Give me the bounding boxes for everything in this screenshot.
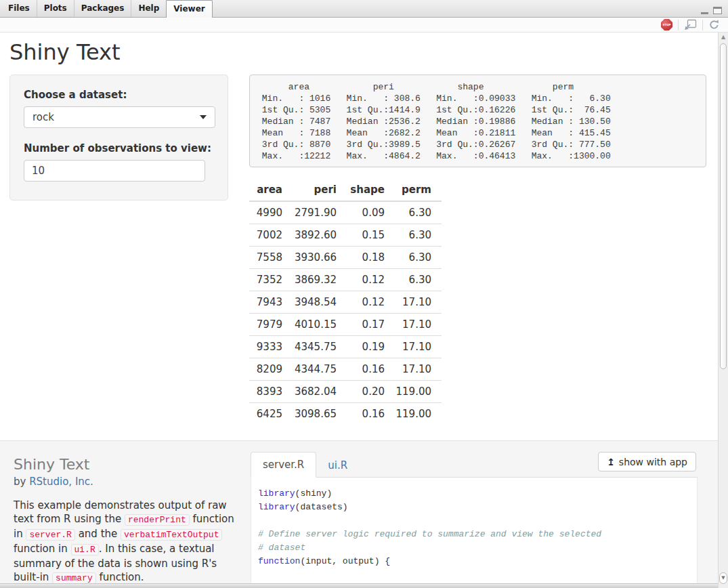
summary-line: Median : 7487 Median :2536.2 Median :0.1…	[257, 116, 706, 127]
table-cell: 6425	[249, 403, 293, 425]
tab-help[interactable]: Help	[131, 0, 167, 17]
example-description-column: Shiny Text by RStudio, Inc. This example…	[14, 456, 245, 585]
table-row: 93334345.750.1917.10	[249, 336, 442, 358]
inline-code: server.R	[26, 529, 74, 541]
table-row: 73523869.320.126.30	[249, 269, 442, 291]
tab-viewer[interactable]: Viewer	[166, 0, 212, 18]
table-cell: 0.16	[347, 358, 395, 381]
table-cell: 119.00	[395, 381, 442, 403]
refresh-button[interactable]	[708, 19, 720, 30]
scrollbar-down-icon[interactable]: ▼	[719, 572, 727, 584]
table-row: 49902791.900.096.30	[249, 201, 442, 224]
chevron-down-icon	[200, 115, 207, 119]
stop-button[interactable]: STOP	[661, 19, 672, 30]
table-cell: 3892.60	[293, 224, 347, 247]
table-cell: 3098.65	[293, 403, 347, 425]
summary-line: area peri shape perm	[257, 81, 706, 93]
code-panel: server.Rui.R ↥ show with app library(shi…	[251, 441, 698, 588]
table-cell: 7943	[249, 291, 293, 314]
tab-files[interactable]: Files	[1, 0, 37, 17]
stop-icon: STOP	[661, 19, 672, 30]
dataset-select[interactable]: rock	[24, 106, 215, 128]
code-line: # Define server logic required to summar…	[258, 528, 690, 541]
toolbar-separator	[678, 20, 679, 30]
table-cell: 3930.66	[293, 247, 347, 269]
inline-code: renderPrint	[125, 514, 190, 526]
description-text: and the	[75, 528, 121, 540]
sidebar-panel: Choose a dataset: rock Number of observa…	[9, 75, 228, 201]
open-in-new-window-button[interactable]	[684, 19, 697, 30]
viewer-content: Shiny Text Choose a dataset: rock Number…	[0, 33, 718, 588]
table-row: 70023892.600.156.30	[249, 224, 442, 247]
table-cell: 3948.54	[293, 291, 347, 314]
example-info-panel: Shiny Text by RStudio, Inc. This example…	[0, 440, 718, 588]
table-cell: 9333	[249, 336, 293, 358]
code-line: library(shiny)	[258, 487, 690, 501]
refresh-icon	[708, 19, 720, 30]
inline-code: ui.R	[71, 544, 99, 555]
toolbar-icons: STOP	[656, 18, 725, 32]
open-in-new-window-icon	[684, 19, 697, 30]
code-tab-ui-r[interactable]: ui.R	[316, 453, 359, 478]
horizontal-scrollbar[interactable]	[0, 583, 718, 588]
pane-tabbar: FilesPlotsPackagesHelpViewer	[0, 0, 728, 18]
table-cell: 7002	[249, 224, 293, 247]
scrollbar-up-icon[interactable]: ▲	[719, 33, 728, 41]
table-row: 83933682.040.20119.00	[249, 381, 442, 403]
table-cell: 3682.04	[293, 381, 347, 403]
table-header-row: areaperishapeperm	[249, 180, 442, 201]
minimize-icon[interactable]	[701, 5, 708, 14]
table-cell: 119.00	[395, 403, 442, 425]
example-description: This example demonstrates output of raw …	[14, 499, 245, 585]
code-line	[258, 514, 690, 528]
table-row: 82094344.750.1617.10	[249, 358, 442, 381]
table-cell: 8393	[249, 381, 293, 403]
table-cell: 6.30	[395, 201, 442, 224]
column-header-area: area	[249, 180, 293, 201]
description-text: function in	[14, 543, 71, 555]
table-cell: 7558	[249, 247, 293, 269]
table-cell: 17.10	[395, 358, 442, 381]
window-controls	[701, 5, 722, 14]
rstudio-link[interactable]: RStudio, Inc.	[29, 476, 93, 488]
table-cell: 0.17	[347, 314, 395, 336]
column-header-peri: peri	[293, 180, 347, 201]
scrollbar-thumb[interactable]	[720, 43, 727, 369]
table-row: 79433948.540.1217.10	[249, 291, 442, 314]
table-cell: 6.30	[395, 224, 442, 247]
tab-packages[interactable]: Packages	[74, 0, 132, 17]
code-tab-server-r[interactable]: server.R	[251, 452, 316, 478]
pane-tabs: FilesPlotsPackagesHelpViewer	[1, 0, 212, 17]
page-title: Shiny Text	[9, 39, 121, 65]
show-with-app-button[interactable]: ↥ show with app	[598, 452, 696, 471]
table-cell: 0.09	[347, 201, 395, 224]
maximize-icon[interactable]	[713, 7, 722, 14]
table-cell: 0.16	[347, 403, 395, 425]
table-cell: 4990	[249, 201, 293, 224]
tab-plots[interactable]: Plots	[37, 0, 74, 17]
observations-table: areaperishapeperm 49902791.900.096.30700…	[249, 180, 442, 425]
summary-line: Mean : 7188 Mean :2682.2 Mean :0.21811 M…	[257, 127, 706, 139]
table-cell: 6.30	[395, 269, 442, 291]
table-cell: 4345.75	[293, 336, 347, 358]
table-cell: 4010.15	[293, 314, 347, 336]
code-tabs: server.Rui.R	[251, 452, 359, 478]
vertical-scrollbar[interactable]: ▲ ▼	[718, 33, 728, 588]
table-row: 64253098.650.16119.00	[249, 403, 442, 425]
description-text: function.	[96, 571, 144, 583]
observations-label: Number of observations to view:	[24, 142, 214, 154]
summary-output: area peri shape perm Min. : 1016 Min. : …	[249, 75, 706, 167]
code-line: library(datasets)	[258, 501, 690, 514]
table-cell: 0.15	[347, 224, 395, 247]
table-cell: 0.20	[347, 381, 395, 403]
table-cell: 6.30	[395, 247, 442, 269]
summary-line: 3rd Qu.: 8870 3rd Qu.:3989.5 3rd Qu.:0.2…	[257, 139, 706, 150]
viewer-toolbar: STOP	[0, 18, 728, 33]
toolbar-separator	[702, 20, 703, 30]
table-cell: 17.10	[395, 336, 442, 358]
table-row: 79794010.150.1717.10	[249, 314, 442, 336]
server-code: library(shiny)library(datasets) # Define…	[251, 478, 698, 588]
table-cell: 7352	[249, 269, 293, 291]
observations-input[interactable]	[24, 160, 205, 182]
code-line: # dataset	[258, 541, 690, 555]
